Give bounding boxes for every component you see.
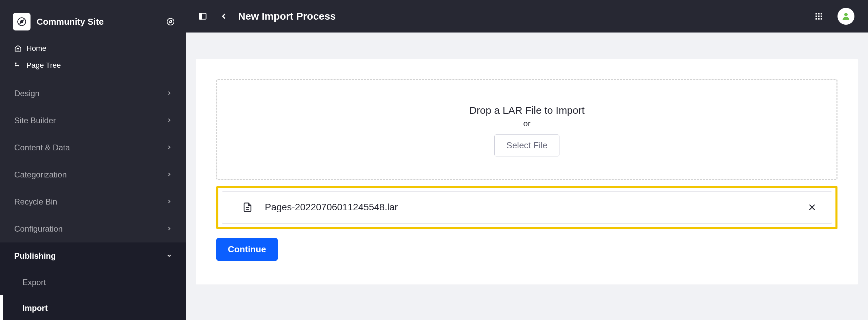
close-icon xyxy=(808,203,816,212)
sidebar-top-nav: Home Page Tree xyxy=(0,40,186,74)
publishing-subnav: Export Import xyxy=(0,270,186,320)
file-icon xyxy=(242,202,253,212)
svg-marker-3 xyxy=(169,20,172,23)
page-title: New Import Process xyxy=(238,10,805,22)
dropzone-or-text: or xyxy=(224,119,830,128)
remove-file-button[interactable] xyxy=(806,201,818,213)
subnav-import-label: Import xyxy=(22,303,48,313)
sidebar-header: Community Site xyxy=(0,0,186,40)
svg-rect-14 xyxy=(818,16,820,17)
section-design-label: Design xyxy=(14,89,40,98)
section-content-data[interactable]: Content & Data xyxy=(0,134,186,161)
section-site-builder[interactable]: Site Builder xyxy=(0,107,186,134)
section-configuration-label: Configuration xyxy=(14,224,63,234)
svg-rect-9 xyxy=(199,13,202,19)
user-icon xyxy=(841,11,851,21)
tree-icon xyxy=(14,62,22,69)
svg-rect-12 xyxy=(821,13,822,14)
home-icon xyxy=(14,45,22,52)
svg-rect-10 xyxy=(815,13,817,14)
topbar: New Import Process xyxy=(186,0,868,33)
nav-home-label: Home xyxy=(26,44,46,53)
main-area: New Import Process Drop a LAR File to Im… xyxy=(186,0,868,320)
chevron-right-icon xyxy=(166,116,172,125)
site-logo[interactable] xyxy=(13,13,31,30)
svg-rect-18 xyxy=(821,18,822,19)
svg-rect-16 xyxy=(815,18,817,19)
section-categorization[interactable]: Categorization xyxy=(0,161,186,188)
svg-rect-13 xyxy=(815,16,817,17)
subnav-import[interactable]: Import xyxy=(0,295,186,320)
svg-rect-15 xyxy=(821,16,822,17)
chevron-right-icon xyxy=(166,89,172,98)
subnav-export-label: Export xyxy=(22,278,46,287)
svg-marker-1 xyxy=(20,20,23,23)
file-dropzone[interactable]: Drop a LAR File to Import or Select File xyxy=(216,79,837,180)
chevron-down-icon xyxy=(166,251,172,261)
continue-button[interactable]: Continue xyxy=(216,238,278,261)
chevron-right-icon xyxy=(166,170,172,179)
compass-outline-icon xyxy=(166,18,175,26)
svg-rect-17 xyxy=(818,18,820,19)
select-file-button[interactable]: Select File xyxy=(494,134,559,156)
sidebar-panel-icon xyxy=(198,12,207,21)
user-avatar[interactable] xyxy=(837,8,854,25)
sidebar-header-action[interactable] xyxy=(165,17,176,27)
section-content-data-label: Content & Data xyxy=(14,143,70,152)
sidebar-toggle-button[interactable] xyxy=(196,9,210,23)
section-recycle-bin[interactable]: Recycle Bin xyxy=(0,188,186,215)
svg-point-2 xyxy=(167,18,174,25)
content-wrapper: Drop a LAR File to Import or Select File… xyxy=(186,33,868,320)
nav-page-tree-label: Page Tree xyxy=(26,61,61,70)
section-categorization-label: Categorization xyxy=(14,170,67,179)
chevron-right-icon xyxy=(166,224,172,234)
sidebar-sections: Design Site Builder Content & Data xyxy=(0,80,186,320)
nav-home[interactable]: Home xyxy=(0,40,186,57)
chevron-right-icon xyxy=(166,197,172,207)
section-publishing-label: Publishing xyxy=(14,251,56,261)
section-design[interactable]: Design xyxy=(0,80,186,107)
back-button[interactable] xyxy=(217,9,231,23)
section-site-builder-label: Site Builder xyxy=(14,116,56,125)
grid-icon xyxy=(814,12,823,21)
sidebar: Community Site Home Page Tree Design xyxy=(0,0,186,320)
nav-page-tree[interactable]: Page Tree xyxy=(0,57,186,74)
chevron-right-icon xyxy=(166,143,172,152)
import-panel: Drop a LAR File to Import or Select File… xyxy=(196,59,858,284)
svg-point-19 xyxy=(844,13,848,16)
selected-file-row: Pages-20220706011245548.lar xyxy=(222,191,832,224)
subnav-export[interactable]: Export xyxy=(0,270,186,295)
svg-rect-4 xyxy=(15,63,17,64)
section-configuration[interactable]: Configuration xyxy=(0,215,186,242)
section-recycle-bin-label: Recycle Bin xyxy=(14,197,57,207)
chevron-left-icon xyxy=(219,12,228,21)
site-name[interactable]: Community Site xyxy=(37,17,159,27)
compass-icon xyxy=(17,17,26,26)
apps-menu-button[interactable] xyxy=(812,10,825,23)
selected-file-name: Pages-20220706011245548.lar xyxy=(265,202,794,213)
dropzone-title: Drop a LAR File to Import xyxy=(224,105,830,116)
svg-rect-11 xyxy=(818,13,820,14)
selected-file-highlight: Pages-20220706011245548.lar xyxy=(216,186,837,229)
section-publishing[interactable]: Publishing xyxy=(0,242,186,270)
